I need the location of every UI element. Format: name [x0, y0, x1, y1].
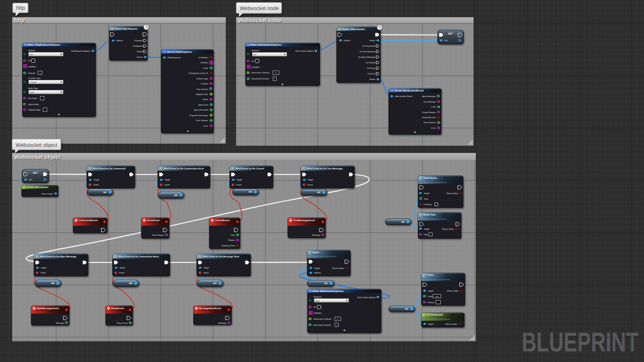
- svg-text:1000: 1000: [435, 296, 439, 298]
- svg-text:Headers: Headers: [29, 65, 36, 68]
- svg-text:Message: Message: [56, 322, 64, 324]
- svg-text:Options: Options: [116, 39, 123, 42]
- svg-text:Is Finished: Is Finished: [198, 56, 208, 59]
- svg-text:Bind Event to On Text Message: Bind Event to On Text Message: [307, 167, 343, 170]
- svg-text:WS: WS: [213, 282, 217, 285]
- svg-text:Close: Close: [427, 274, 434, 277]
- svg-text:Headers: Headers: [314, 312, 321, 314]
- svg-text:Reconnect Amount: Reconnect Amount: [313, 324, 331, 326]
- svg-text:Custom Event: Custom Event: [146, 223, 158, 225]
- svg-text:Is Response Code Ok: Is Response Code Ok: [188, 72, 208, 74]
- svg-text:Event: Event: [307, 184, 313, 186]
- svg-text:Bind Event to On Message Sent: Bind Event to On Message Sent: [203, 255, 239, 258]
- svg-text:SET: SET: [33, 172, 38, 175]
- svg-text:WS: WS: [103, 191, 107, 194]
- svg-text:Target is Web Socket Handler: Target is Web Socket Handler: [312, 255, 337, 257]
- svg-text:Progress Percentage: Progress Percentage: [189, 114, 208, 117]
- svg-text:Custom Event: Custom Event: [198, 311, 210, 313]
- svg-text:Headers: Headers: [252, 66, 260, 68]
- svg-text:Reason: Reason: [428, 301, 435, 304]
- svg-text:Break WebSocketResult: Break WebSocketResult: [395, 89, 424, 93]
- svg-text:Error Reason: Error Reason: [196, 119, 208, 122]
- svg-text:http: http: [15, 18, 25, 24]
- svg-text:Make HttpRequestOptions: Make HttpRequestOptions: [28, 44, 60, 47]
- svg-text:Web Socket Result: Web Socket Result: [395, 95, 413, 98]
- svg-text:Options: Options: [344, 39, 351, 42]
- svg-text:3: 3: [274, 78, 275, 80]
- svg-text:Bytes Body: Bytes Body: [29, 103, 40, 106]
- svg-text:Send Text: Send Text: [423, 214, 436, 217]
- svg-text:Status: Status: [202, 98, 208, 101]
- svg-text:Async Web Socket: Async Web Socket: [343, 28, 365, 31]
- svg-text:Websocket node: Websocket node: [239, 6, 279, 12]
- svg-text:Event: Event: [119, 272, 125, 274]
- svg-text:WS: WS: [405, 308, 409, 310]
- svg-text:Reconnect Amount: Reconnect Amount: [252, 77, 269, 80]
- svg-text:Target: Target: [203, 266, 209, 269]
- svg-text:Is Binary: Is Binary: [424, 203, 432, 206]
- svg-text:Options: Options: [314, 272, 321, 274]
- svg-text:Failed: Failed: [137, 50, 142, 53]
- svg-text:Data: Data: [424, 233, 428, 236]
- svg-text:WS: WS: [29, 178, 33, 181]
- svg-text:Bind Event to On Byte Message: Bind Event to On Byte Message: [40, 255, 77, 258]
- svg-text:http: http: [16, 5, 25, 11]
- svg-text:Target is Web Socket Handler: Target is Web Socket Handler: [423, 182, 447, 184]
- svg-text:Bind Event to On Connection Re: Bind Event to On Connection Retry: [119, 255, 159, 258]
- svg-text:Async Http Request: Async Http Request: [115, 28, 138, 30]
- svg-text:Url: Url: [252, 60, 254, 62]
- svg-text:Error Reason: Error Reason: [152, 234, 164, 236]
- svg-text:Target: Target: [428, 290, 434, 292]
- svg-text:Timeout: Timeout: [28, 72, 36, 74]
- svg-text:Result: Result: [369, 39, 375, 42]
- svg-text:Bind Event to On Closed: Bind Event to On Closed: [236, 167, 264, 170]
- svg-text:WS: WS: [254, 54, 257, 56]
- svg-text:Reconnect Timeout: Reconnect Timeout: [313, 318, 332, 320]
- svg-text:None: None: [30, 92, 34, 94]
- svg-text:Return Value: Return Value: [442, 228, 454, 230]
- svg-text:WS: WS: [174, 194, 178, 197]
- svg-text:On Text Message: On Text Message: [359, 50, 375, 53]
- svg-text:Target: Target: [307, 178, 313, 181]
- svg-text:Target: Target: [314, 267, 320, 269]
- svg-text:Closed By Peer: Closed By Peer: [422, 116, 436, 119]
- svg-text:Content Type: Content Type: [196, 77, 208, 80]
- svg-text:Target: Target: [428, 323, 434, 325]
- svg-text:SET: SET: [448, 33, 453, 36]
- svg-text:Return Value: Return Value: [332, 267, 344, 269]
- svg-text:Method: Method: [28, 49, 35, 52]
- svg-text:Error: Error: [204, 125, 209, 127]
- svg-text:Web Socket Options: Web Socket Options: [357, 296, 375, 299]
- svg-text:Data: Data: [424, 198, 429, 200]
- svg-text:Progress: Progress: [134, 39, 142, 42]
- svg-text:TextMessageEvent: TextMessageEvent: [293, 219, 315, 222]
- svg-text:Target: Target: [165, 178, 171, 181]
- svg-text:Custom: Custom: [30, 81, 36, 83]
- svg-text:WS: WS: [249, 191, 252, 193]
- svg-text:Error Reason: Error Reason: [424, 121, 436, 124]
- svg-text:WS: WS: [129, 282, 132, 285]
- svg-text:Open: Open: [312, 251, 319, 254]
- svg-text:Target is Web Socket Handler: Target is Web Socket Handler: [427, 279, 451, 281]
- svg-text:Code: Code: [428, 295, 433, 298]
- svg-text:Text Message: Text Message: [423, 101, 436, 103]
- svg-text:Make WebSocketOptions: Make WebSocketOptions: [312, 290, 344, 293]
- svg-text:Retry Count: Retry Count: [117, 322, 128, 324]
- svg-text:WS: WS: [324, 282, 328, 285]
- svg-text:WS: WS: [401, 221, 405, 223]
- svg-text:Result: Result: [137, 56, 143, 58]
- svg-text:Is Connected: Is Connected: [427, 314, 443, 317]
- svg-text:ErrorEvent: ErrorEvent: [147, 219, 159, 222]
- svg-text:Error: Error: [431, 127, 436, 129]
- svg-text:On Retry: On Retry: [367, 67, 375, 69]
- svg-text:On Connected: On Connected: [362, 45, 375, 47]
- svg-text:ClosedEvent: ClosedEvent: [215, 219, 229, 222]
- svg-text:WS: WS: [445, 39, 448, 42]
- svg-text:Bytes Sent: Bytes Sent: [198, 104, 208, 106]
- svg-text:Protocol: Protocol: [252, 49, 260, 52]
- svg-text:Body Type: Body Type: [28, 87, 38, 89]
- svg-text:Raw Content: Raw Content: [196, 88, 208, 90]
- svg-text:HttpResponse: HttpResponse: [168, 56, 181, 59]
- svg-text:0.2: 0.2: [337, 318, 339, 320]
- svg-text:ByteMessageEvent: ByteMessageEvent: [37, 307, 59, 310]
